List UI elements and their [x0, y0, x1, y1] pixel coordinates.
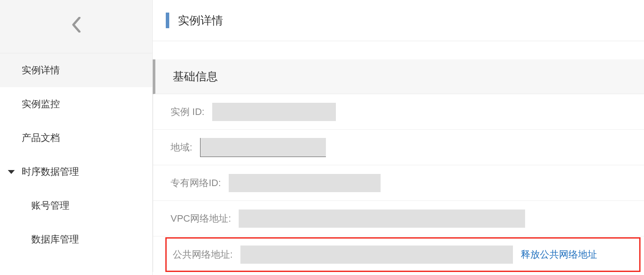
public-addr-label: 公共网络地址: [173, 248, 233, 261]
sidebar-item-label: 实例监控 [22, 98, 60, 111]
page-title: 实例详情 [178, 13, 223, 28]
sidebar-item-account-management[interactable]: 账号管理 [0, 189, 152, 223]
sidebar-item-label: 实例详情 [22, 64, 60, 77]
info-row-public-addr: 公共网络地址: 释放公共网络地址 [165, 237, 641, 272]
sidebar-item-label: 数据库管理 [31, 233, 79, 246]
back-icon[interactable] [72, 16, 81, 37]
info-row-vpc-id: 专有网络ID: [153, 165, 644, 201]
sidebar-item-time-series-management[interactable]: 时序数据管理 [0, 155, 152, 189]
sidebar-item-database-management[interactable]: 数据库管理 [0, 223, 152, 256]
main-content: 实例详情 基础信息 实例 ID: 地域: 专有网络ID: VPC网络地址: 公共… [153, 0, 644, 275]
public-addr-value [240, 246, 513, 264]
sidebar: 实例详情 实例监控 产品文档 时序数据管理 账号管理 数据库管理 [0, 0, 153, 275]
sidebar-item-label: 账号管理 [31, 199, 69, 212]
vpc-id-label: 专有网络ID: [171, 177, 221, 190]
instance-id-value [212, 103, 336, 121]
info-row-vpc-addr: VPC网络地址: [153, 201, 644, 236]
vpc-addr-label: VPC网络地址: [171, 212, 231, 225]
info-row-instance-id: 实例 ID: [153, 94, 644, 130]
title-accent-bar [166, 13, 169, 28]
chevron-down-icon [8, 170, 15, 174]
sidebar-item-instance-detail[interactable]: 实例详情 [0, 53, 152, 87]
section-header-title: 基础信息 [173, 69, 218, 84]
release-public-addr-link[interactable]: 释放公共网络地址 [521, 248, 597, 261]
sidebar-item-product-docs[interactable]: 产品文档 [0, 121, 152, 155]
sidebar-item-label: 时序数据管理 [22, 165, 79, 178]
section-header: 基础信息 [153, 59, 644, 94]
region-label: 地域: [171, 141, 192, 154]
page-title-row: 实例详情 [153, 0, 644, 41]
vpc-id-value [229, 174, 381, 192]
sidebar-item-instance-monitor[interactable]: 实例监控 [0, 87, 152, 121]
instance-id-label: 实例 ID: [171, 105, 204, 118]
sidebar-header [0, 0, 152, 53]
vpc-addr-value [239, 210, 525, 228]
sidebar-item-label: 产品文档 [22, 131, 60, 144]
info-row-region: 地域: [153, 130, 644, 165]
info-list: 实例 ID: 地域: 专有网络ID: VPC网络地址: 公共网络地址: 释放公共… [153, 94, 644, 272]
region-value [200, 138, 326, 157]
